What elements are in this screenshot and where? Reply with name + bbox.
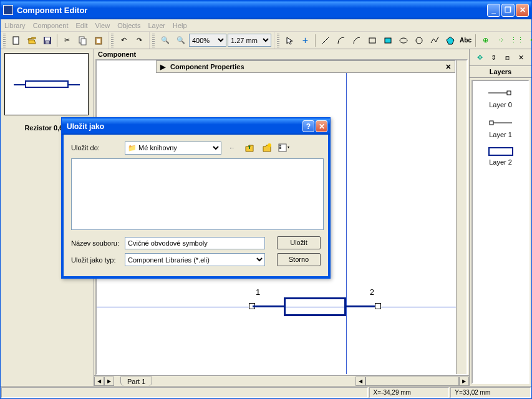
tab-part1[interactable]: Part 1 (120, 377, 152, 386)
resistor-symbol[interactable]: 1 2 (284, 297, 346, 316)
layers-list: Layer 0 Layer 1 Layer 2 (472, 80, 530, 384)
rect-icon[interactable] (365, 33, 379, 47)
cancel-button[interactable]: Storno (277, 253, 321, 266)
redo-icon[interactable]: ↷ (132, 33, 147, 47)
layer-2-label: Layer 2 (476, 158, 526, 166)
close-panel-icon[interactable]: × (446, 62, 451, 72)
copy-icon[interactable] (75, 33, 90, 47)
scroll-left-icon[interactable]: ◀ (355, 377, 365, 386)
svg-point-11 (400, 38, 407, 43)
svg-point-18 (268, 143, 271, 147)
filetype-label: Uložit jako typ: (71, 256, 121, 264)
pins-icon[interactable]: ⁘ (494, 33, 508, 47)
svg-rect-2 (45, 37, 50, 41)
paste-icon[interactable] (91, 33, 105, 47)
maximize-button[interactable]: ❐ (501, 4, 515, 17)
zoom-in-icon[interactable]: 🔍 (173, 33, 188, 47)
save-in-label: Uložit do: (71, 144, 121, 151)
save-button[interactable]: Uložit (277, 236, 321, 249)
menu-help[interactable]: Help (173, 22, 187, 29)
save-icon[interactable] (40, 33, 54, 47)
delete-icon[interactable]: ✕ (515, 51, 528, 64)
properties-title: Component Properties (170, 63, 244, 70)
layer-2[interactable]: Layer 2 (476, 145, 526, 168)
canvas-title: Component (94, 49, 469, 59)
app-icon (3, 5, 13, 15)
new-icon[interactable] (9, 33, 23, 47)
menu-component[interactable]: Component (33, 22, 69, 29)
help-button[interactable]: ? (302, 120, 314, 132)
gear-icon[interactable]: ✦ (525, 33, 532, 47)
svg-rect-15 (507, 91, 511, 95)
pin-icon[interactable]: ⊕ (478, 33, 493, 47)
window-title: Component Editor (17, 6, 486, 15)
status-y: Y=33,02 mm (450, 387, 531, 398)
pin-2[interactable] (375, 303, 381, 309)
polygon-icon[interactable] (443, 33, 457, 47)
svg-rect-3 (46, 41, 49, 44)
crosshair-icon[interactable]: + (298, 33, 312, 47)
vertical-scrollbar[interactable] (456, 60, 467, 374)
menu-edit[interactable]: Edit (76, 22, 88, 29)
layer-0[interactable]: Layer 0 (476, 85, 526, 111)
dialog-close-button[interactable]: ✕ (316, 120, 327, 132)
circle-icon[interactable] (412, 33, 426, 47)
svg-rect-0 (13, 37, 19, 44)
component-thumbnail[interactable] (4, 53, 89, 115)
filename-label: Název souboru: (71, 239, 121, 247)
group-icon[interactable]: ⧈ (501, 51, 514, 64)
menubar: Library Component Edit View Objects Laye… (1, 19, 531, 32)
minimize-button[interactable]: _ (487, 4, 500, 17)
layer-1-label: Layer 1 (476, 131, 526, 138)
up-folder-icon[interactable] (243, 141, 256, 155)
move-icon[interactable]: ✥ (474, 51, 486, 64)
text-icon[interactable]: Abc (458, 33, 473, 47)
zoom-select[interactable]: 400% (189, 34, 226, 47)
grid-icon[interactable]: ⋮⋮ (510, 33, 524, 47)
zoom-out-icon[interactable]: 🔍 (158, 33, 172, 47)
titlebar: Component Editor _ ❐ ✕ (1, 1, 531, 19)
svg-rect-21 (279, 147, 281, 149)
arc-icon[interactable] (349, 33, 364, 47)
polyline-icon[interactable] (427, 33, 442, 47)
svg-point-12 (416, 37, 422, 44)
svg-rect-16 (490, 121, 493, 125)
save-as-dialog: Uložit jako ? ✕ Uložit do: 📁 Mé knihovny… (61, 117, 331, 279)
view-menu-icon[interactable] (278, 141, 291, 155)
new-folder-icon[interactable] (260, 141, 274, 155)
filename-input[interactable] (125, 237, 265, 249)
save-in-select[interactable]: 📁 Mé knihovny (125, 142, 221, 155)
expand-icon[interactable]: ▶ (160, 63, 165, 71)
menu-view[interactable]: View (95, 22, 110, 29)
curve-icon[interactable] (334, 33, 348, 47)
svg-rect-7 (97, 39, 100, 43)
grid-select[interactable]: 1.27 mm (228, 34, 271, 47)
layer-1[interactable]: Layer 1 (476, 115, 526, 141)
pointer-icon[interactable] (283, 33, 297, 47)
vflip-icon[interactable]: ⇕ (488, 51, 500, 64)
undo-icon[interactable]: ↶ (117, 33, 131, 47)
ellipse-icon[interactable] (396, 33, 410, 47)
tab-prev-icon[interactable]: ◀ (94, 377, 104, 386)
layer-0-label: Layer 0 (476, 101, 526, 108)
svg-rect-9 (369, 38, 375, 43)
back-icon[interactable]: ← (225, 141, 239, 155)
close-button[interactable]: ✕ (516, 4, 529, 17)
open-icon[interactable] (24, 33, 39, 47)
svg-rect-10 (385, 38, 391, 43)
svg-marker-13 (447, 37, 454, 44)
rect-fill-icon[interactable] (380, 33, 395, 47)
line-icon[interactable] (318, 33, 332, 47)
menu-library[interactable]: Library (4, 22, 26, 29)
status-x: X=-34,29 mm (369, 387, 450, 398)
svg-rect-20 (279, 145, 281, 147)
menu-layer[interactable]: Layer (148, 22, 165, 29)
tab-next-icon[interactable]: ▶ (104, 377, 114, 386)
scroll-right-icon[interactable]: ▶ (459, 377, 469, 386)
statusbar: X=-34,29 mm Y=33,02 mm (1, 386, 531, 398)
file-list[interactable] (71, 158, 324, 230)
cut-icon[interactable]: ✂ (60, 33, 74, 47)
properties-panel[interactable]: ▶ Component Properties × (156, 60, 455, 73)
filetype-select[interactable]: Component Libraries (*.eli) (125, 253, 265, 266)
menu-objects[interactable]: Objects (117, 22, 140, 29)
